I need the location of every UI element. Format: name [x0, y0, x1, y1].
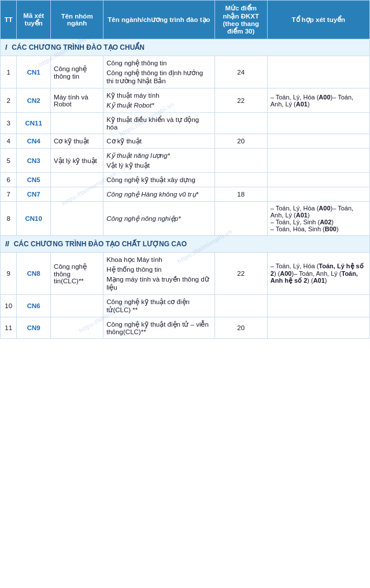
- cell-nhom: [51, 202, 103, 236]
- table-row: 9CN8Công nghệ thông tin(CLC)**Khoa học M…: [1, 253, 370, 295]
- cell-tt: 11: [1, 317, 17, 339]
- section-header-cell: ICÁC CHƯƠNG TRÌNH ĐÀO TẠO CHUẨN: [1, 39, 370, 56]
- cell-diem: 24: [214, 56, 267, 88]
- cell-nhom: Công nghệ thông tin: [51, 56, 103, 88]
- col-nhom: Tên nhóm ngành: [51, 1, 103, 39]
- cell-diem: 20: [214, 317, 267, 339]
- cell-nganh: Công nghệ nông nghiệp*: [103, 202, 214, 236]
- cell-ma: CN1: [17, 56, 51, 88]
- table-row: 4CN4Cơ kỹ thuậtCơ kỹ thuật20: [1, 134, 370, 149]
- table-row: 2CN2Máy tính và RobotKỹ thuật máy tínhKỹ…: [1, 88, 370, 113]
- cell-ma: CN9: [17, 317, 51, 339]
- cell-tt: 1: [1, 56, 17, 88]
- cell-nganh: Kỹ thuật điều khiển và tự động hóa: [103, 113, 214, 134]
- table-row: 6CN5Công nghệ kỹ thuật xây dựng: [1, 173, 370, 187]
- cell-diem: [214, 202, 267, 236]
- cell-diem: [214, 173, 267, 187]
- cell-ma: CN10: [17, 202, 51, 236]
- cell-ma: CN4: [17, 134, 51, 149]
- cell-nhom: [51, 187, 103, 202]
- cell-nganh: Công nghệ thông tinCông nghệ thông tin đ…: [103, 56, 214, 88]
- section-header-row: IICÁC CHƯƠNG TRÌNH ĐÀO TẠO CHẤT LƯỢNG CA…: [1, 236, 370, 253]
- cell-diem: [214, 295, 267, 317]
- cell-nganh: Công nghệ Hàng không vũ trụ*: [103, 187, 214, 202]
- col-diem: Mức điểm nhận ĐKXT (theo thang điểm 30): [214, 1, 267, 39]
- table-row: 1CN1Công nghệ thông tinCông nghệ thông t…: [1, 56, 370, 88]
- cell-nganh: Công nghệ kỹ thuật điện tử – viễn thông(…: [103, 317, 214, 339]
- cell-diem: [214, 113, 267, 134]
- col-nganh: Tên ngành/chương trình đào tạo: [103, 1, 214, 39]
- cell-ma: CN2: [17, 88, 51, 113]
- cell-ma: CN5: [17, 173, 51, 187]
- col-tt: TT: [1, 1, 17, 39]
- cell-ma: CN3: [17, 149, 51, 173]
- cell-tohop: [267, 134, 369, 149]
- main-table: TT Mã xét tuyển Tên nhóm ngành Tên ngành…: [0, 0, 370, 339]
- cell-nhom: [51, 173, 103, 187]
- cell-tohop: – Toán, Lý, Hóa (A00)– Toán, Anh, Lý (A0…: [267, 202, 369, 236]
- cell-nhom: [51, 295, 103, 317]
- table-row: 10CN6Công nghệ kỹ thuật cơ điện tử(CLC) …: [1, 295, 370, 317]
- cell-ma: CN11: [17, 113, 51, 134]
- col-ma: Mã xét tuyển: [17, 1, 51, 39]
- col-tohop: Tổ hợp xét tuyển: [267, 1, 369, 39]
- cell-tohop: [267, 295, 369, 317]
- table-header-row: TT Mã xét tuyển Tên nhóm ngành Tên ngành…: [1, 1, 370, 39]
- cell-nganh: Kỹ thuật máy tínhKỹ thuật Robot*: [103, 88, 214, 113]
- cell-tohop: [267, 187, 369, 202]
- cell-tt: 2: [1, 88, 17, 113]
- section-header-row: ICÁC CHƯƠNG TRÌNH ĐÀO TẠO CHUẨN: [1, 39, 370, 56]
- cell-tohop: – Toán, Lý, Hóa (Toán, Lý hệ số 2) (A00)…: [267, 253, 369, 295]
- cell-tohop: [267, 113, 369, 134]
- cell-nhom: Cơ kỹ thuật: [51, 134, 103, 149]
- cell-tt: 7: [1, 187, 17, 202]
- cell-nhom: [51, 317, 103, 339]
- table-row: 8CN10Công nghệ nông nghiệp*– Toán, Lý, H…: [1, 202, 370, 236]
- cell-ma: CN7: [17, 187, 51, 202]
- cell-tt: 8: [1, 202, 17, 236]
- cell-nganh: Công nghệ kỹ thuật xây dựng: [103, 173, 214, 187]
- cell-diem: 22: [214, 253, 267, 295]
- cell-tt: 4: [1, 134, 17, 149]
- cell-ma: CN8: [17, 253, 51, 295]
- cell-ma: CN6: [17, 295, 51, 317]
- cell-diem: [214, 149, 267, 173]
- cell-nganh: Kỹ thuật năng lượng*Vật lý kỹ thuật: [103, 149, 214, 173]
- table-row: 3CN11Kỹ thuật điều khiển và tự động hóa: [1, 113, 370, 134]
- cell-tt: 6: [1, 173, 17, 187]
- cell-nhom: Vật lý kỹ thuật: [51, 149, 103, 173]
- cell-nganh: Khoa học Máy tínhHệ thống thông tinMạng …: [103, 253, 214, 295]
- cell-tt: 10: [1, 295, 17, 317]
- table-row: 11CN9Công nghệ kỹ thuật điện tử – viễn t…: [1, 317, 370, 339]
- table-row: 7CN7Công nghệ Hàng không vũ trụ*18: [1, 187, 370, 202]
- cell-nhom: Công nghệ thông tin(CLC)**: [51, 253, 103, 295]
- table-row: 5CN3Vật lý kỹ thuậtKỹ thuật năng lượng*V…: [1, 149, 370, 173]
- cell-diem: 20: [214, 134, 267, 149]
- cell-diem: 22: [214, 88, 267, 113]
- cell-tohop: [267, 317, 369, 339]
- cell-tt: 9: [1, 253, 17, 295]
- cell-nganh: Công nghệ kỹ thuật cơ điện tử(CLC) **: [103, 295, 214, 317]
- table-body: ICÁC CHƯƠNG TRÌNH ĐÀO TẠO CHUẨN1CN1Công …: [1, 39, 370, 339]
- section-header-cell: IICÁC CHƯƠNG TRÌNH ĐÀO TẠO CHẤT LƯỢNG CA…: [1, 236, 370, 253]
- cell-tt: 5: [1, 149, 17, 173]
- cell-tohop: [267, 149, 369, 173]
- cell-tohop: – Toán, Lý, Hóa (A00)– Toán, Anh, Lý (A0…: [267, 88, 369, 113]
- cell-tohop: [267, 56, 369, 88]
- cell-nhom: Máy tính và Robot: [51, 88, 103, 113]
- cell-tohop: [267, 173, 369, 187]
- cell-nganh: Cơ kỹ thuật: [103, 134, 214, 149]
- cell-diem: 18: [214, 187, 267, 202]
- cell-nhom: [51, 113, 103, 134]
- cell-tt: 3: [1, 113, 17, 134]
